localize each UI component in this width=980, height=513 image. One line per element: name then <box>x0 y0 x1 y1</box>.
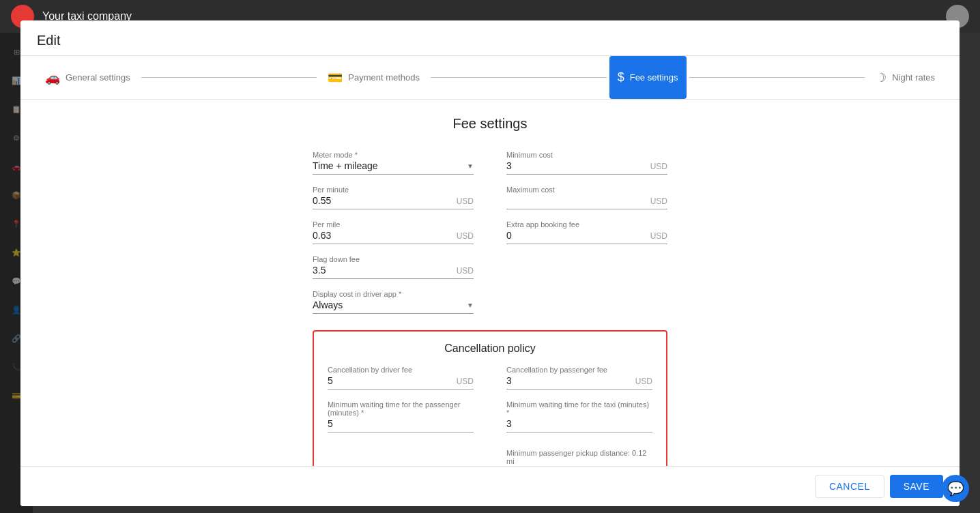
save-button[interactable]: SAVE <box>890 475 943 498</box>
step-general-label: General settings <box>66 72 130 83</box>
extra-booking-fee-input[interactable] <box>506 230 646 241</box>
modal-header: Edit <box>20 20 960 56</box>
per-mile-label: Per mile <box>313 220 474 229</box>
car-icon: 🚗 <box>45 70 60 85</box>
per-minute-label: Per minute <box>313 186 474 194</box>
per-minute-wrapper: USD <box>313 195 474 209</box>
min-wait-passenger-label: Minimum waiting time for the passenger (… <box>328 400 474 417</box>
driver-fee-input[interactable] <box>328 375 452 386</box>
extra-booking-fee-label: Extra app booking fee <box>506 220 667 229</box>
min-wait-passenger-input[interactable] <box>328 418 474 429</box>
display-cost-arrow: ▼ <box>467 302 474 309</box>
driver-fee-label: Cancellation by driver fee <box>328 366 474 374</box>
step-connector-3 <box>689 77 865 78</box>
per-minute-unit: USD <box>457 196 474 206</box>
per-minute-group: Per minute USD <box>313 186 474 209</box>
display-cost-select-wrapper: Always Never On request ▼ <box>313 299 474 314</box>
step-general-settings[interactable]: 🚗 General settings <box>37 56 139 99</box>
cancellation-title: Cancellation policy <box>328 342 652 355</box>
chat-bubble[interactable]: 💬 <box>942 475 969 502</box>
chat-icon: 💬 <box>947 480 964 497</box>
dollar-icon: $ <box>618 70 624 85</box>
per-minute-input[interactable] <box>313 195 452 206</box>
min-wait-passenger-group: Minimum waiting time for the passenger (… <box>328 400 474 433</box>
minimum-cost-label: Minimum cost <box>506 151 667 159</box>
passenger-fee-input[interactable] <box>506 375 631 386</box>
minimum-cost-group: Minimum cost USD <box>506 151 667 175</box>
pickup-distance-label: Minimum passenger pickup distance: 0.12 … <box>506 449 652 465</box>
meter-mode-select[interactable]: Time + mileage Time only Mileage only <box>313 160 464 171</box>
maximum-cost-group: Maximum cost USD <box>506 186 667 209</box>
min-wait-taxi-group: Minimum waiting time for the taxi (minut… <box>506 400 652 433</box>
empty-cell <box>506 255 667 279</box>
moon-icon: ☽ <box>876 70 887 85</box>
min-wait-taxi-wrapper <box>506 418 652 433</box>
step-connector-2 <box>431 77 607 78</box>
minimum-cost-unit: USD <box>650 162 667 171</box>
passenger-fee-group: Cancellation by passenger fee USD <box>506 366 652 390</box>
modal-footer: CANCEL SAVE <box>20 466 960 506</box>
flag-down-fee-group: Flag down fee USD <box>313 255 474 279</box>
maximum-cost-label: Maximum cost <box>506 186 667 194</box>
maximum-cost-unit: USD <box>650 196 667 206</box>
min-wait-passenger-wrapper <box>328 418 474 433</box>
meter-mode-group: Meter mode * Time + mileage Time only Mi… <box>313 151 474 175</box>
extra-booking-fee-group: Extra app booking fee USD <box>506 220 667 244</box>
meter-mode-arrow: ▼ <box>467 162 474 170</box>
fee-settings-title: Fee settings <box>61 116 919 132</box>
passenger-fee-label: Cancellation by passenger fee <box>506 366 652 374</box>
extra-booking-fee-wrapper: USD <box>506 230 667 244</box>
extra-booking-fee-unit: USD <box>650 231 667 241</box>
step-fee-settings[interactable]: $ Fee settings <box>609 56 687 99</box>
meter-mode-label: Meter mode * <box>313 151 474 159</box>
cancel-button[interactable]: CANCEL <box>815 475 884 498</box>
cancellation-section: Cancellation policy Cancellation by driv… <box>313 330 667 466</box>
cancellation-grid: Cancellation by driver fee USD Cancellat… <box>328 366 652 466</box>
maximum-cost-wrapper: USD <box>506 195 667 209</box>
flag-down-fee-input[interactable] <box>313 265 452 276</box>
edit-modal: Edit 🚗 General settings 💳 Payment method… <box>20 20 960 506</box>
step-payment-methods[interactable]: 💳 Payment methods <box>319 56 428 99</box>
meter-mode-select-wrapper: Time + mileage Time only Mileage only ▼ <box>313 160 474 175</box>
flag-down-fee-wrapper: USD <box>313 265 474 279</box>
per-mile-unit: USD <box>457 231 474 241</box>
empty-cancellation-cell <box>328 443 474 466</box>
per-mile-group: Per mile USD <box>313 220 474 244</box>
per-mile-input[interactable] <box>313 230 452 241</box>
flag-down-fee-label: Flag down fee <box>313 255 474 263</box>
driver-fee-wrapper: USD <box>328 375 474 390</box>
per-mile-wrapper: USD <box>313 230 474 244</box>
step-night-label: Night rates <box>892 72 935 83</box>
flag-down-fee-unit: USD <box>457 266 474 276</box>
step-connector-1 <box>141 77 317 78</box>
modal-title: Edit <box>37 33 60 48</box>
minimum-cost-wrapper: USD <box>506 160 667 175</box>
display-cost-label: Display cost in driver app * <box>313 290 474 298</box>
passenger-fee-unit: USD <box>635 377 652 386</box>
driver-fee-unit: USD <box>457 377 474 386</box>
display-cost-select[interactable]: Always Never On request <box>313 299 464 310</box>
driver-fee-group: Cancellation by driver fee USD <box>328 366 474 390</box>
step-night-rates[interactable]: ☽ Night rates <box>867 56 943 99</box>
step-fee-label: Fee settings <box>630 72 678 83</box>
stepper: 🚗 General settings 💳 Payment methods $ F… <box>20 56 960 100</box>
maximum-cost-input[interactable] <box>506 195 646 206</box>
payment-icon: 💳 <box>328 70 343 85</box>
passenger-fee-wrapper: USD <box>506 375 652 390</box>
minimum-cost-input[interactable] <box>506 160 646 171</box>
fee-form: Meter mode * Time + mileage Time only Mi… <box>313 151 667 314</box>
modal-body: Fee settings Meter mode * Time + mileage… <box>20 100 960 466</box>
min-wait-taxi-label: Minimum waiting time for the taxi (minut… <box>506 400 652 417</box>
pickup-distance-container: Minimum passenger pickup distance: 0.12 … <box>506 449 652 466</box>
display-cost-group: Display cost in driver app * Always Neve… <box>313 290 474 314</box>
min-wait-taxi-input[interactable] <box>506 418 652 429</box>
step-payment-label: Payment methods <box>348 72 420 83</box>
